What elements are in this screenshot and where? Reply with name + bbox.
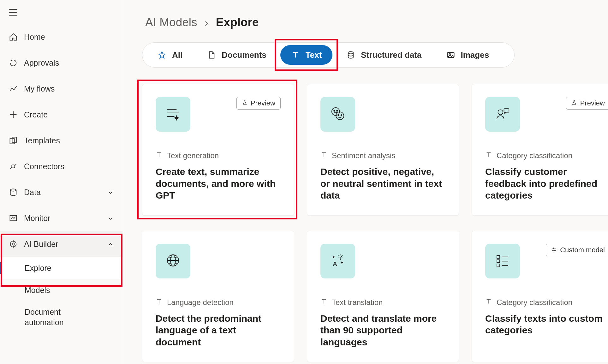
filter-structured[interactable]: Structured data [336,45,432,65]
flask-icon [242,99,247,107]
card-title: Classify texts into custom categories [485,313,608,336]
svg-point-23 [341,115,342,116]
hamburger-icon [9,11,18,17]
sidebar-item-aibuilder[interactable]: AI Builder [0,231,123,257]
sidebar-item-label: Templates [24,136,60,145]
sidebar-item-templates[interactable]: Templates [0,128,123,153]
svg-rect-7 [12,165,15,168]
svg-point-18 [332,108,340,116]
text-icon [291,51,300,59]
card-category: Sentiment analysis [320,151,445,160]
chevron-right-icon: › [205,16,208,29]
card-thumb [156,244,190,278]
sidebar-item-connectors[interactable]: Connectors [0,153,123,179]
breadcrumb-parent[interactable]: AI Models [145,16,197,29]
main-content: AI Models › Explore All Documents [123,0,608,364]
hamburger-button[interactable] [0,3,123,24]
sidebar-item-label: Approvals [24,58,59,68]
badge-label: Preview [251,99,275,107]
svg-point-8 [10,189,16,191]
card-thumb [485,97,520,132]
filter-text[interactable]: Text [280,45,333,65]
sliders-icon [551,246,557,254]
svg-point-21 [337,110,337,111]
aibuilder-icon [9,240,24,248]
breadcrumb-current: Explore [216,16,259,29]
text-icon [156,298,163,307]
sidebar-sub-label: Models [25,286,50,295]
card-text-translation[interactable]: 字A Text translation Detect and translate… [307,231,459,362]
text-icon [156,151,163,160]
card-category-label: Text generation [167,151,219,160]
svg-point-22 [338,115,339,116]
card-category: Text translation [320,298,445,307]
custom-model-badge: Custom model [546,244,608,256]
card-category-label: Category classification [497,151,572,160]
card-category-label: Category classification [497,298,572,307]
svg-point-12 [348,52,353,54]
card-thumb [320,97,355,132]
filter-label: Text [306,50,322,60]
card-category-label: Text translation [332,298,383,307]
person-chat-icon [494,105,511,123]
sidebar-item-label: Create [24,110,48,119]
card-category-classification[interactable]: Preview Category classification Classify… [472,84,608,216]
sidebar-item-monitor[interactable]: Monitor [0,205,123,231]
sidebar-sub-document-automation[interactable]: Document automation [0,301,123,333]
card-category-label: Language detection [167,298,234,307]
approvals-icon [9,58,24,67]
card-sentiment-analysis[interactable]: Sentiment analysis Detect positive, nega… [307,84,459,216]
filter-label: All [172,50,182,60]
card-category: Category classification [485,298,608,307]
svg-rect-35 [497,264,500,267]
card-thumb: 字A [320,244,355,278]
text-icon [320,151,327,160]
card-category: Text generation [156,151,281,160]
sidebar-item-myflows[interactable]: My flows [0,76,123,102]
home-icon [9,33,24,41]
svg-point-10 [10,241,16,247]
card-category-classification-custom[interactable]: Custom model Category classification Cla… [472,231,608,362]
text-icon [485,151,492,160]
sidebar-item-approvals[interactable]: Approvals [0,50,123,76]
filter-label: Documents [222,50,266,60]
badge-label: Preview [580,99,605,107]
sidebar-item-label: My flows [24,84,55,93]
filter-images[interactable]: Images [436,45,500,65]
sparkle-lines-icon [164,105,182,123]
sidebar-sub-label: Explore [25,264,51,273]
badge-label: Custom model [560,246,605,254]
chevron-down-icon [107,215,114,222]
cards-grid: Preview Text generation Create text, sum… [142,84,589,362]
flask-icon [571,99,577,107]
filter-label: Images [461,50,489,60]
chevron-down-icon [107,189,114,196]
sidebar-item-create[interactable]: Create [0,102,123,128]
card-language-detection[interactable]: Language detection Detect the predominan… [142,231,294,362]
filter-all[interactable]: All [147,45,193,65]
card-thumb [156,97,190,132]
breadcrumb: AI Models › Explore [142,16,589,29]
list-box-icon [494,252,511,270]
sidebar-item-data[interactable]: Data [0,179,123,205]
card-title: Detect and translate more than 90 suppor… [320,313,445,348]
connectors-icon [9,162,24,171]
templates-icon [9,136,24,145]
svg-text:字: 字 [338,254,343,260]
database-icon [346,51,355,59]
preview-badge: Preview [566,97,608,110]
card-title: Create text, summarize documents, and mo… [156,166,281,201]
card-category: Language detection [156,298,281,307]
sidebar-sub-explore[interactable]: Explore [0,257,123,279]
filter-documents[interactable]: Documents [196,45,277,65]
sidebar-sub-models[interactable]: Models [0,279,123,301]
globe-icon [164,252,182,270]
card-text-generation[interactable]: Preview Text generation Create text, sum… [142,84,294,216]
text-icon [485,298,492,307]
svg-point-11 [12,243,15,245]
filter-bar: All Documents Text [142,42,515,68]
sidebar-item-home[interactable]: Home [0,24,123,50]
svg-rect-25 [504,109,509,112]
sidebar-item-label: AI Builder [24,240,58,249]
card-title: Detect positive, negative, or neutral se… [320,166,445,201]
